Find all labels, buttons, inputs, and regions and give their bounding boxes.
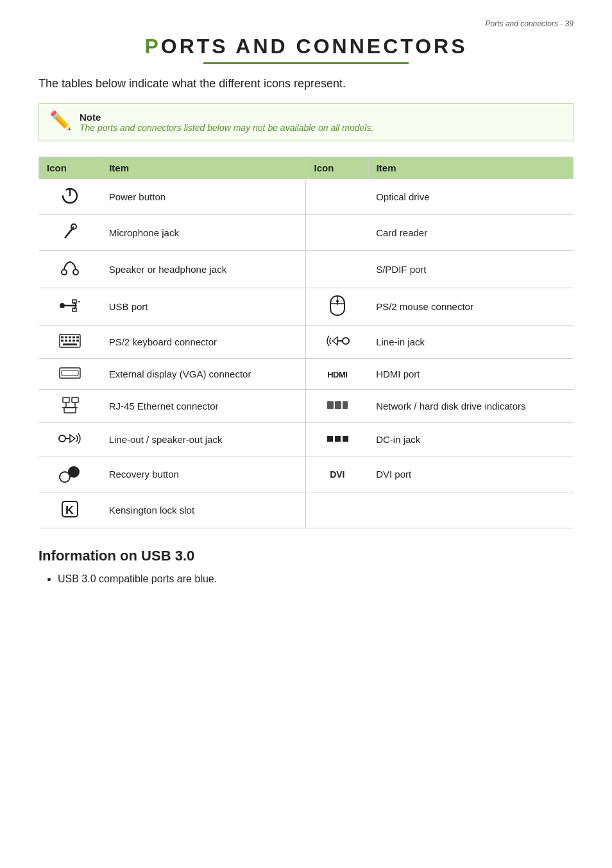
left-item-cell: USB port	[101, 288, 306, 326]
left-item-cell: Microphone jack	[101, 215, 306, 251]
right-icon-cell	[306, 251, 368, 288]
left-icon-cell	[39, 215, 101, 251]
table-row: PS/2 keyboard connector Line-in jack	[39, 326, 574, 359]
svg-rect-11	[72, 308, 76, 311]
svg-rect-19	[69, 336, 71, 338]
col-icon-2: Icon	[306, 157, 368, 179]
right-item-cell: Optical drive	[368, 179, 573, 215]
svg-rect-17	[61, 336, 64, 338]
right-icon-cell	[306, 423, 368, 456]
left-item-cell: Speaker or headphone jack	[101, 251, 306, 288]
table-row: External display (VGA) connectorHDMIHDMI…	[39, 359, 574, 390]
col-item-2: Item	[368, 157, 573, 179]
right-item-cell: Line-in jack	[368, 326, 573, 359]
svg-rect-45	[343, 436, 348, 442]
svg-rect-43	[327, 436, 333, 442]
left-icon-cell	[39, 179, 101, 215]
left-item-cell: Kensington lock slot	[101, 492, 306, 528]
right-icon-cell	[306, 179, 368, 215]
page-reference: Ports and connectors - 39	[38, 19, 574, 28]
left-icon-cell	[39, 251, 101, 288]
svg-rect-37	[64, 408, 76, 413]
left-item-cell: RJ-45 Ethernet connector	[101, 390, 306, 423]
right-icon-cell	[306, 215, 368, 251]
svg-point-6	[60, 303, 65, 308]
right-icon-cell	[306, 288, 368, 326]
table-row: USB port PS/2 mouse connector	[39, 288, 574, 326]
right-icon-cell	[306, 492, 368, 528]
svg-rect-32	[63, 397, 69, 403]
right-item-cell: DC-in jack	[368, 423, 573, 456]
left-item-cell: Line-out / speaker-out jack	[101, 423, 306, 456]
info-section: Information on USB 3.0 USB 3.0 compatibl…	[38, 548, 574, 585]
svg-point-29	[343, 338, 349, 344]
svg-point-41	[59, 435, 65, 442]
right-item-cell: Card reader	[368, 215, 573, 251]
right-icon-cell	[306, 390, 368, 423]
right-icon-cell: DVI	[306, 456, 368, 492]
right-item-cell: HDMI port	[368, 359, 573, 390]
svg-point-5	[73, 270, 78, 275]
left-icon-cell	[39, 326, 101, 359]
svg-rect-22	[61, 340, 64, 342]
svg-rect-39	[335, 401, 341, 409]
svg-rect-23	[65, 340, 67, 342]
col-item-1: Item	[101, 157, 306, 179]
left-icon-cell	[39, 423, 101, 456]
title-underline	[203, 62, 409, 64]
note-text: The ports and connectors listed below ma…	[80, 123, 373, 133]
svg-rect-10	[72, 300, 76, 303]
svg-point-15	[336, 300, 339, 302]
svg-rect-31	[62, 370, 78, 376]
table-row: K Kensington lock slot	[39, 492, 574, 528]
svg-rect-25	[72, 340, 75, 342]
table-row: Recovery buttonDVIDVI port	[39, 456, 574, 492]
left-item-cell: Power button	[101, 179, 306, 215]
left-item-cell: PS/2 keyboard connector	[101, 326, 306, 359]
svg-rect-30	[60, 368, 80, 378]
connector-table: Icon Item Icon Item Power buttonOptical …	[38, 157, 574, 528]
svg-rect-20	[72, 336, 75, 338]
table-row: RJ-45 Ethernet connector Network / hard …	[39, 390, 574, 423]
info-title: Information on USB 3.0	[38, 548, 574, 564]
note-icon: ✏️	[49, 112, 72, 130]
col-icon-1: Icon	[39, 157, 101, 179]
svg-rect-18	[65, 336, 67, 338]
right-item-cell: PS/2 mouse connector	[368, 288, 573, 326]
svg-text:K: K	[65, 504, 74, 517]
right-icon-cell	[306, 326, 368, 359]
info-list-item: USB 3.0 compatible ports are blue.	[58, 573, 574, 585]
table-row: Line-out / speaker-out jack DC-in jack	[39, 423, 574, 456]
page-subtitle: The tables below indicate what the diffe…	[38, 77, 574, 91]
svg-rect-24	[69, 340, 71, 342]
left-icon-cell	[39, 359, 101, 390]
right-item-cell: DVI port	[368, 456, 573, 492]
table-row: Microphone jackCard reader	[39, 215, 574, 251]
left-icon-cell	[39, 390, 101, 423]
title-first-letter: P	[144, 35, 160, 58]
left-icon-cell: K	[39, 492, 101, 528]
right-item-cell: Network / hard disk drive indicators	[368, 390, 573, 423]
info-list: USB 3.0 compatible ports are blue.	[38, 573, 574, 585]
note-box: ✏️ Note The ports and connectors listed …	[38, 103, 574, 141]
title-rest: ORTS AND CONNECTORS	[161, 35, 468, 58]
right-item-cell: S/PDIF port	[368, 251, 573, 288]
svg-rect-40	[343, 401, 348, 409]
svg-rect-33	[72, 397, 78, 403]
note-title: Note	[80, 112, 373, 123]
left-icon-cell	[39, 456, 101, 492]
page-title: PORTS AND CONNECTORS	[38, 35, 574, 58]
svg-point-4	[62, 270, 67, 275]
note-content: Note The ports and connectors listed bel…	[80, 112, 373, 133]
left-item-cell: External display (VGA) connector	[101, 359, 306, 390]
right-item-cell	[368, 492, 573, 528]
svg-rect-26	[76, 340, 79, 342]
left-icon-cell	[39, 288, 101, 326]
svg-rect-27	[63, 343, 77, 345]
svg-rect-38	[327, 401, 334, 409]
svg-point-47	[69, 467, 79, 477]
right-icon-cell: HDMI	[306, 359, 368, 390]
table-row: Speaker or headphone jackS/PDIF port	[39, 251, 574, 288]
svg-rect-21	[76, 336, 79, 338]
svg-rect-44	[335, 436, 341, 442]
